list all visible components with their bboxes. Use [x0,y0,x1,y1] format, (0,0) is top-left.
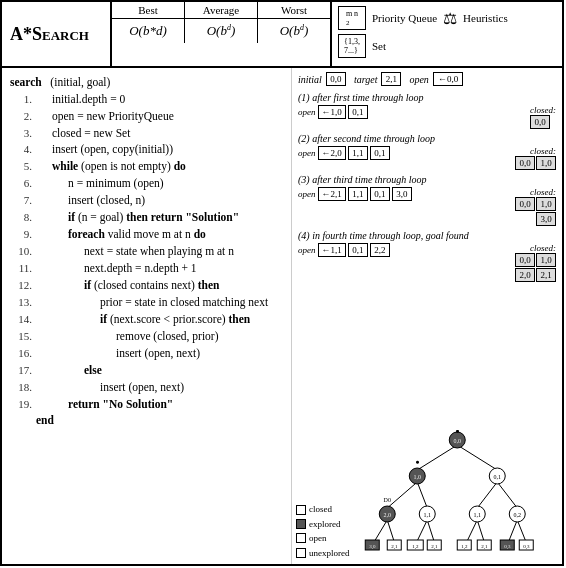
legend-closed: closed [296,502,350,516]
svg-text:D0: D0 [383,497,390,503]
open-label-initial: open [409,74,428,85]
line-8: 8. if (n = goal) then return "Solution" [10,209,283,226]
legend-open-box [296,533,306,543]
line-12: 12. if (closed contains next) then [10,277,283,294]
initial-label: initial [298,74,322,85]
line-10: 10. next = state when playing m at n [10,243,283,260]
legend-explored: explored [296,517,350,531]
line-19: 19. return "No Solution" [10,396,283,413]
legend-unexplored-label: unexplored [309,546,350,560]
section-1-closed: closed: 0,0 [530,105,556,129]
complexity-table: Best Average Worst O(b*d) O(bd) O(bd) [112,2,332,66]
svg-line-0 [417,445,457,470]
section-3-label: (3) after third time through loop [298,174,556,185]
section-4-label: (4) in fourth time through loop, goal fo… [298,230,556,241]
line-18: 18. insert (open, next) [10,379,283,396]
val-best: O(b*d) [112,19,185,43]
main-content: search (initial, goal) 1. initial.depth … [2,68,562,564]
header-icons: m n2 Priority Queue ⚖ Heuristics {1,3,7.… [332,2,562,66]
complexity-header-row: Best Average Worst [112,2,330,19]
line-1: 1. initial.depth = 0 [10,91,283,108]
set-icon: {1,3,7...} [338,34,366,58]
svg-text:0,0: 0,0 [453,438,461,444]
legend: closed explored open unexplored [296,502,350,560]
val-worst: O(bd) [258,19,330,43]
svg-line-4 [477,482,497,508]
svg-text:1,1: 1,1 [423,512,431,518]
bottom-section: closed explored open unexplored [296,430,558,560]
visualization-panel: initial 0,0 target 2,1 open ←0,0 (1) aft… [292,68,562,564]
legend-open-label: open [309,531,327,545]
legend-unexplored-box [296,548,306,558]
legend-unexplored: unexplored [296,546,350,560]
app-container: A*Search Best Average Worst O(b*d) O(bd)… [0,0,564,566]
svg-text:2,0: 2,0 [383,512,391,518]
set-row: {1,3,7...} Set [338,34,556,58]
initial-value: 0,0 [326,72,346,86]
set-label: Set [372,40,386,52]
priority-queue-icon: m n2 [338,6,366,30]
line-2: 2. open = new PriorityQueue [10,108,283,125]
legend-explored-box [296,519,306,529]
legend-explored-label: explored [309,517,341,531]
target-value: 2,1 [381,72,401,86]
svg-text:0,2: 0,2 [513,512,521,518]
svg-text:1,0: 1,0 [413,474,421,480]
priority-queue-row: m n2 Priority Queue ⚖ Heuristics [338,6,556,30]
balance-icon: ⚖ [443,9,457,28]
svg-line-3 [417,482,427,508]
complexity-values-row: O(b*d) O(bd) O(bd) [112,19,330,43]
svg-text:1,1: 1,1 [473,512,481,518]
svg-text:●: ● [415,458,419,466]
section-4: (4) in fourth time through loop, goal fo… [298,230,556,282]
title-text: A*Search [10,24,89,45]
line-5: 5. while (open is not empty) do [10,158,283,175]
heuristics-label: Heuristics [463,12,508,24]
line-9: 9. foreach valid move m at n do [10,226,283,243]
header: A*Search Best Average Worst O(b*d) O(bd)… [2,2,562,68]
line-17: 17. else [10,362,283,379]
legend-closed-label: closed [309,502,332,516]
section-1-label: (1) after first time through loop [298,92,556,103]
line-16: 16. insert (open, next) [10,345,283,362]
line-7: 7. insert (closed, n) [10,192,283,209]
section-3-open: open ←2,1 1,1 0,1 3,0 [298,187,412,201]
line-3: 3. closed = new Set [10,125,283,142]
initial-state-row: initial 0,0 target 2,1 open ←0,0 [298,72,556,86]
svg-text:0,1: 0,1 [493,474,501,480]
line-11: 11. next.depth = n.depth + 1 [10,260,283,277]
open-initial-value: ←0,0 [433,72,463,86]
section-2: (2) after second time through loop open … [298,133,556,170]
svg-text:●: ● [455,430,459,435]
legend-open: open [296,531,350,545]
svg-line-5 [497,482,517,508]
priority-queue-label: Priority Queue [372,12,437,24]
line-6: 6. n = minimum (open) [10,175,283,192]
section-1-open: open ←1,0 0,1 [298,105,368,119]
section-4-closed: closed: 0,0 1,0 2,0 2,1 [515,243,556,282]
val-average: O(bd) [185,19,258,43]
tree-diagram: 0,0 1,0 0,1 2,0 1,1 1,1 0,2 [356,430,559,560]
svg-line-2 [387,482,417,508]
line-4: 4. insert (open, copy(initial)) [10,141,283,158]
line-end: end [10,412,283,429]
col-worst: Worst [258,2,330,18]
section-3-closed: closed: 0,0 1,0 3,0 [515,187,556,226]
section-2-open: open ←2,0 1,1 0,1 [298,146,390,160]
line-14: 14. if (next.score < prior.score) then [10,311,283,328]
legend-closed-box [296,505,306,515]
section-2-closed: closed: 0,0 1,0 [515,146,556,170]
section-1: (1) after first time through loop open ←… [298,92,556,129]
line-13: 13. prior = state in closed matching nex… [10,294,283,311]
pseudocode-panel: search (initial, goal) 1. initial.depth … [2,68,292,564]
app-title: A*Search [2,2,112,66]
func-signature: search (initial, goal) [10,74,283,91]
line-15: 15. remove (closed, prior) [10,328,283,345]
svg-line-1 [457,445,497,470]
section-3: (3) after third time through loop open ←… [298,174,556,226]
col-best: Best [112,2,185,18]
target-label: target [354,74,378,85]
col-average: Average [185,2,258,18]
section-4-open: open ←1,1 0,1 2,2 [298,243,390,257]
section-2-label: (2) after second time through loop [298,133,556,144]
